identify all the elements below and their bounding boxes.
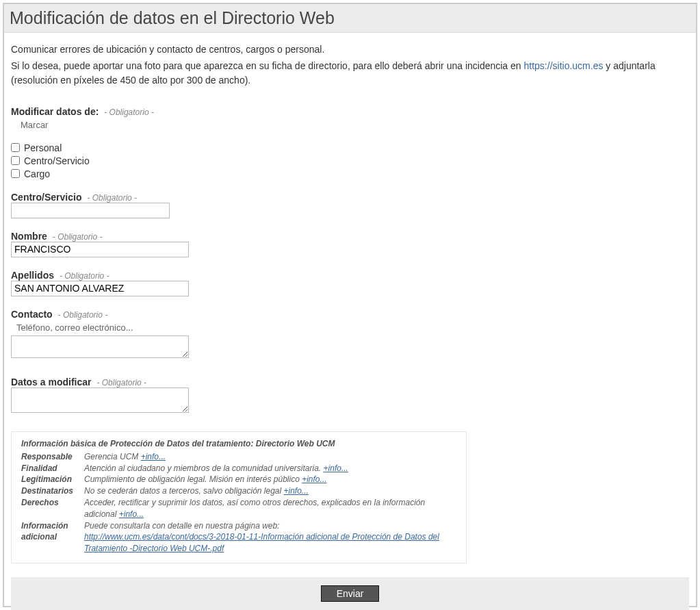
dp-row-info: Información adicional Puede consultarla …	[21, 520, 456, 555]
textarea-contacto[interactable]	[11, 335, 189, 358]
plusinfo-derechos[interactable]: +info...	[119, 509, 144, 519]
checkbox-centro[interactable]	[11, 156, 20, 165]
dp-text-destinatarios: No se cederán datos a terceros, salvo ob…	[84, 486, 284, 496]
dp-text-responsable: Gerencia UCM	[84, 452, 141, 461]
dp-k-info: Información adicional	[21, 520, 75, 555]
field-contacto: Contacto - Obligatorio - Teléfono, corre…	[11, 309, 689, 360]
data-protection-box: Información básica de Protección de Dato…	[11, 431, 467, 563]
dp-row-finalidad: Finalidad Atención al ciudadano y miembr…	[21, 463, 456, 474]
dp-v-derechos: Acceder, rectificar y suprimir los datos…	[84, 497, 456, 520]
dp-row-responsable: Responsable Gerencia UCM +info...	[21, 451, 456, 463]
plusinfo-destinatarios[interactable]: +info...	[284, 486, 309, 496]
intro-block: Comunicar errores de ubicación y contact…	[4, 33, 696, 101]
checkbox-personal[interactable]	[11, 143, 20, 152]
dp-k-responsable: Responsable	[21, 451, 75, 463]
checkbox-row-cargo: Cargo	[11, 168, 689, 179]
dp-k-destinatarios: Destinatarios	[21, 485, 75, 497]
plusinfo-legitimacion[interactable]: +info...	[302, 474, 326, 484]
checkbox-row-personal: Personal	[11, 142, 689, 153]
submit-bar: Enviar	[11, 577, 689, 610]
dp-info-link[interactable]: http://www.ucm.es/data/cont/docs/3-2018-…	[84, 532, 439, 553]
checkbox-label-centro: Centro/Servicio	[24, 155, 90, 166]
hint-obligatorio-apellidos: - Obligatorio -	[60, 271, 109, 281]
dp-row-legitimacion: Legitimación Cumplimiento de obligación …	[21, 474, 456, 485]
submit-button[interactable]: Enviar	[321, 585, 380, 602]
textarea-datos[interactable]	[11, 387, 189, 413]
hint-obligatorio-nombre: - Obligatorio -	[53, 232, 103, 242]
field-modificar: Modificar datos de: - Obligatorio - Marc…	[11, 106, 689, 179]
field-centro: Centro/Servicio - Obligatorio -	[11, 192, 689, 218]
dp-v-destinatarios: No se cederán datos a terceros, salvo ob…	[84, 485, 456, 497]
dp-k-finalidad: Finalidad	[21, 463, 75, 474]
intro-line-2a: Si lo desea, puede aportar una foto para…	[11, 60, 524, 71]
subhint-marcar: Marcar	[21, 120, 689, 130]
checkbox-row-centro: Centro/Servicio	[11, 155, 689, 166]
label-datos: Datos a modificar	[11, 377, 91, 387]
plusinfo-finalidad[interactable]: +info...	[324, 463, 348, 473]
page-title: Modificación de datos en el Directorio W…	[10, 8, 690, 28]
plusinfo-responsable[interactable]: +info...	[141, 452, 166, 461]
field-nombre: Nombre - Obligatorio -	[11, 231, 689, 257]
checkbox-label-personal: Personal	[24, 142, 62, 153]
hint-obligatorio-centro: - Obligatorio -	[87, 193, 137, 203]
label-nombre: Nombre	[11, 231, 47, 242]
hint-obligatorio: - Obligatorio -	[104, 107, 154, 117]
dp-row-derechos: Derechos Acceder, rectificar y suprimir …	[21, 497, 456, 520]
dp-text-legitimacion: Cumplimiento de obligación legal. Misión…	[84, 474, 302, 484]
intro-line-1: Comunicar errores de ubicación y contact…	[11, 42, 689, 56]
field-datos: Datos a modificar - Obligatorio -	[11, 377, 689, 415]
form-body: Modificar datos de: - Obligatorio - Marc…	[4, 106, 696, 610]
input-centro[interactable]	[11, 203, 170, 218]
label-apellidos: Apellidos	[11, 270, 54, 281]
label-modificar: Modificar datos de:	[11, 106, 99, 117]
dp-text-info: Puede consultarla con detalle en nuestra…	[84, 521, 280, 531]
label-contacto: Contacto	[11, 309, 53, 320]
dp-k-legitimacion: Legitimación	[21, 474, 75, 485]
dp-v-info: Puede consultarla con detalle en nuestra…	[84, 520, 456, 555]
dp-v-responsable: Gerencia UCM +info...	[84, 451, 456, 463]
field-apellidos: Apellidos - Obligatorio -	[11, 270, 689, 296]
incidencia-link[interactable]: https://sitio.ucm.es	[524, 60, 604, 71]
dp-title: Información básica de Protección de Dato…	[21, 439, 456, 448]
intro-line-2: Si lo desea, puede aportar una foto para…	[11, 59, 689, 87]
hint-obligatorio-contacto: - Obligatorio -	[58, 310, 108, 320]
hint-obligatorio-datos: - Obligatorio -	[96, 378, 146, 387]
title-bar: Modificación de datos en el Directorio W…	[4, 4, 696, 33]
dp-text-finalidad: Atención al ciudadano y miembros de la c…	[84, 463, 324, 473]
checkbox-cargo[interactable]	[11, 169, 20, 178]
dp-v-finalidad: Atención al ciudadano y miembros de la c…	[84, 463, 456, 474]
subhint-contacto: Teléfono, correo electrónico...	[16, 322, 689, 333]
checkbox-label-cargo: Cargo	[24, 168, 50, 179]
input-nombre[interactable]	[11, 242, 189, 257]
dp-v-legitimacion: Cumplimiento de obligación legal. Misión…	[84, 474, 456, 485]
label-centro: Centro/Servicio	[11, 192, 81, 203]
input-apellidos[interactable]	[11, 281, 189, 296]
dp-row-destinatarios: Destinatarios No se cederán datos a terc…	[21, 485, 456, 497]
form-frame: Modificación de datos en el Directorio W…	[3, 3, 697, 607]
dp-k-derechos: Derechos	[21, 497, 75, 520]
